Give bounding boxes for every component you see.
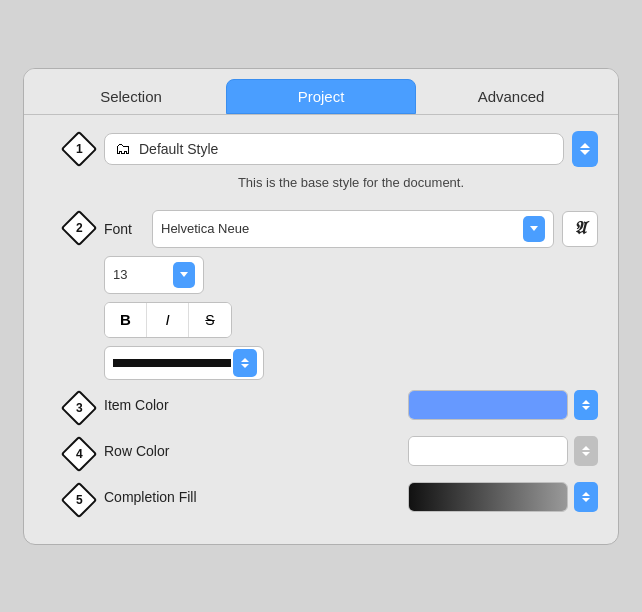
row-color-label: Row Color — [104, 443, 408, 459]
font-picker-button[interactable]: 𝔄 — [562, 211, 598, 247]
row-color-controls — [408, 436, 598, 466]
font-label: Font — [104, 221, 144, 237]
font-size-select[interactable]: 13 — [104, 256, 204, 294]
completion-stepper-down-icon — [582, 498, 590, 502]
font-color-stepper[interactable] — [233, 349, 257, 377]
style-stepper[interactable] — [572, 131, 598, 167]
completion-fill-label: Completion Fill — [104, 489, 408, 505]
section-4-controls: Row Color — [104, 436, 598, 474]
panel-content: 1 🗂 Default Style This is the base style… — [24, 115, 618, 520]
badge-5: 5 — [61, 481, 98, 518]
font-dropdown-btn[interactable] — [523, 216, 545, 242]
row-color-row: Row Color — [104, 436, 598, 466]
font-size-value: 13 — [113, 267, 173, 282]
item-stepper-down-icon — [582, 406, 590, 410]
completion-fill-stepper[interactable] — [574, 482, 598, 512]
row-color-swatch — [409, 437, 567, 465]
completion-fill-row: Completion Fill — [104, 482, 598, 512]
completion-stepper-up-icon — [582, 492, 590, 496]
strikethrough-button[interactable]: S — [189, 303, 231, 337]
dropdown-arrow-icon — [530, 226, 538, 231]
stepper-up-icon — [580, 143, 590, 148]
row-stepper-down-icon — [582, 452, 590, 456]
badge-3: 3 — [61, 389, 98, 426]
font-family-label: Helvetica Neue — [161, 221, 517, 236]
style-select-dropdown[interactable]: 🗂 Default Style — [104, 133, 564, 165]
font-label-row: Font Helvetica Neue 𝔄 — [104, 210, 598, 248]
stepper-down-icon — [580, 150, 590, 155]
font-stepper-down-icon — [241, 364, 249, 368]
text-style-buttons: B I S — [104, 302, 232, 338]
style-icon: 🗂 — [115, 140, 131, 158]
section-2-controls: Font Helvetica Neue 𝔄 13 — [104, 210, 598, 384]
font-color-row — [104, 346, 264, 380]
badge-2-area: 2 — [44, 210, 104, 241]
style-select-label: Default Style — [139, 141, 553, 157]
row-color-stepper[interactable] — [574, 436, 598, 466]
item-color-label: Item Color — [104, 397, 408, 413]
section-4-row: 4 Row Color — [44, 436, 598, 474]
completion-fill-controls — [408, 482, 598, 512]
item-stepper-up-icon — [582, 400, 590, 404]
style-selector-row: 🗂 Default Style — [104, 131, 598, 167]
completion-fill-swatch — [409, 483, 567, 511]
tab-selection[interactable]: Selection — [36, 79, 226, 114]
badge-2: 2 — [61, 209, 98, 246]
badge-1: 1 — [61, 130, 98, 167]
italic-button[interactable]: I — [147, 303, 189, 337]
tab-project[interactable]: Project — [226, 79, 416, 114]
completion-fill-swatch-container[interactable] — [408, 482, 568, 512]
item-color-swatch-container[interactable] — [408, 390, 568, 420]
section-5-row: 5 Completion Fill — [44, 482, 598, 520]
style-caption: This is the base style for the document. — [104, 175, 598, 190]
section-2-row: 2 Font Helvetica Neue 𝔄 — [44, 210, 598, 384]
section-1-controls: 🗂 Default Style This is the base style f… — [104, 131, 598, 204]
section-1-row: 1 🗂 Default Style This is the base style… — [44, 131, 598, 204]
badge-4: 4 — [61, 435, 98, 472]
size-dropdown-btn[interactable] — [173, 262, 195, 288]
row-stepper-up-icon — [582, 446, 590, 450]
item-color-row: Item Color — [104, 390, 598, 420]
item-color-swatch — [409, 391, 567, 419]
item-color-stepper[interactable] — [574, 390, 598, 420]
badge-3-area: 3 — [44, 390, 104, 421]
font-family-select[interactable]: Helvetica Neue — [152, 210, 554, 248]
font-size-row: 13 — [104, 256, 598, 294]
tab-advanced[interactable]: Advanced — [416, 79, 606, 114]
font-stepper-up-icon — [241, 358, 249, 362]
bold-button[interactable]: B — [105, 303, 147, 337]
size-dropdown-icon — [180, 272, 188, 277]
badge-5-area: 5 — [44, 482, 104, 513]
row-color-swatch-container[interactable] — [408, 436, 568, 466]
tab-bar: Selection Project Advanced — [24, 69, 618, 115]
font-color-swatch — [113, 359, 231, 367]
section-3-row: 3 Item Color — [44, 390, 598, 428]
badge-4-area: 4 — [44, 436, 104, 467]
section-5-controls: Completion Fill — [104, 482, 598, 520]
section-3-controls: Item Color — [104, 390, 598, 428]
panel: Selection Project Advanced 1 🗂 Default S… — [23, 68, 619, 545]
badge-1-area: 1 — [44, 131, 104, 162]
item-color-controls — [408, 390, 598, 420]
